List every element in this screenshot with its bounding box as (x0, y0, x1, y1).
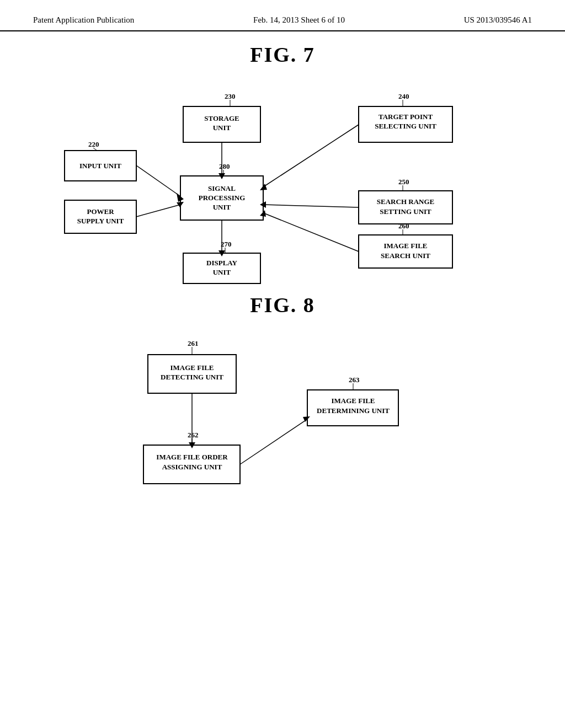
detecting-unit-label-2: DETECTING UNIT (161, 373, 223, 381)
imagefile-unit-label-2: SEARCH UNIT (381, 251, 430, 260)
ref-250: 250 (398, 178, 409, 186)
searchrange-unit-label-2: SETTING UNIT (380, 207, 431, 216)
determining-unit-label-1: IMAGE FILE (331, 397, 375, 405)
header-left: Patent Application Publication (33, 15, 134, 25)
display-unit-label-1: DISPLAY (206, 259, 237, 267)
assigning-unit-label-1: IMAGE FILE ORDER (156, 453, 228, 461)
signal-unit-label-2: PROCESSING (199, 194, 246, 202)
page-header: Patent Application Publication Feb. 14, … (0, 0, 565, 31)
signal-unit-label-3: UNIT (213, 203, 231, 211)
display-unit-label-2: UNIT (213, 268, 231, 276)
arrow-searchrange-signal (263, 205, 359, 207)
power-unit-label-2: SUPPLY UNIT (77, 217, 124, 225)
ref-261: 261 (188, 339, 199, 347)
fig8-section: FIG. 8 261 262 263 IMAGE FILE DETECTING … (0, 287, 565, 521)
assigning-unit-label-2: ASSIGNING UNIT (162, 463, 222, 471)
determining-unit-label-2: DETERMINING UNIT (317, 406, 390, 415)
fig7-title: FIG. 7 (33, 42, 532, 67)
arrow-assigning-determining (240, 419, 307, 464)
storage-unit-label-1: STORAGE (204, 114, 239, 122)
arrow-imagefile-signal (263, 213, 359, 251)
input-unit-label: INPUT UNIT (79, 162, 121, 170)
arrow-target-signal (263, 125, 359, 187)
fig8-diagram: 261 262 263 IMAGE FILE DETECTING UNIT IM… (33, 334, 532, 521)
detecting-unit-label-1: IMAGE FILE (170, 363, 214, 372)
signal-unit-label-1: SIGNAL (208, 184, 236, 192)
power-unit-label-1: POWER (87, 207, 114, 216)
ref-262: 262 (188, 431, 199, 439)
arrow-input-signal (136, 165, 180, 196)
fig7-diagram: 230 240 220 210 280 270 250 260 STORAGE … (33, 83, 532, 287)
header-right: US 2013/039546 A1 (464, 15, 532, 25)
ref-240: 240 (398, 92, 409, 100)
fig7-section: FIG. 7 230 240 220 210 280 270 250 260 S… (0, 31, 565, 287)
target-unit-label-1: TARGET POINT (379, 113, 433, 121)
ref-280: 280 (219, 162, 230, 170)
ref-230: 230 (225, 92, 236, 100)
target-unit-label-2: SELECTING UNIT (375, 122, 436, 130)
header-center: Feb. 14, 2013 Sheet 6 of 10 (253, 15, 345, 25)
arrow-power-signal (136, 205, 180, 217)
ref-220: 220 (88, 140, 99, 148)
ref-263: 263 (349, 376, 360, 384)
ref-270: 270 (221, 240, 232, 248)
storage-unit-label-2: UNIT (213, 124, 231, 132)
searchrange-unit-label-1: SEARCH RANGE (377, 197, 434, 206)
imagefile-unit-label-1: IMAGE FILE (383, 242, 427, 250)
fig8-title: FIG. 8 (33, 293, 532, 317)
